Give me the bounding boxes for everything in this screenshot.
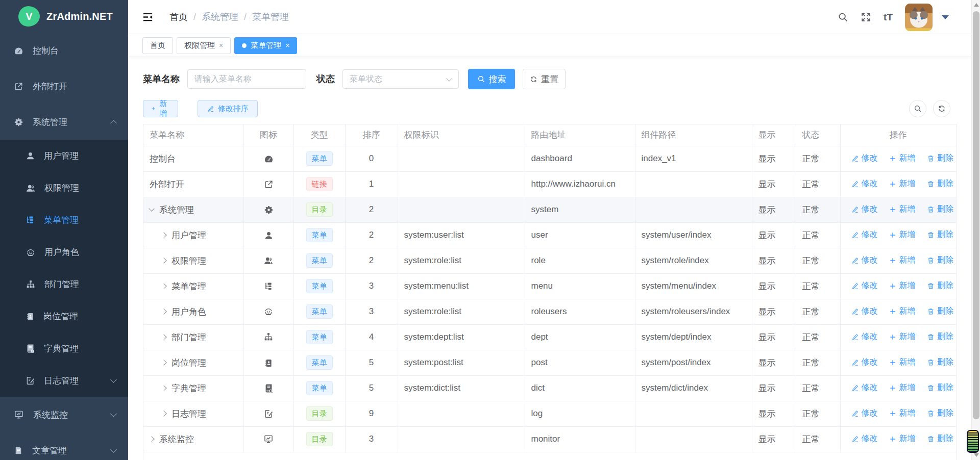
expand-row-arrow-icon[interactable] bbox=[149, 436, 154, 442]
row-delete-button[interactable]: 删除 bbox=[927, 280, 953, 291]
row-delete-button[interactable]: 删除 bbox=[927, 331, 953, 342]
user-menu-caret[interactable] bbox=[942, 15, 949, 19]
row-delete-button[interactable]: 删除 bbox=[927, 357, 953, 368]
row-add-button[interactable]: 新增 bbox=[889, 204, 915, 215]
sidebar-item-role[interactable]: 权限管理 bbox=[0, 172, 128, 204]
search-button[interactable]: 搜索 bbox=[468, 69, 515, 89]
row-edit-button[interactable]: 修改 bbox=[851, 331, 878, 342]
table-row-user[interactable]: 用户管理 菜单 2 system:user:list user system/u… bbox=[143, 222, 956, 248]
sidebar-item-system[interactable]: 系统管理 bbox=[0, 104, 128, 140]
tab-home[interactable]: 首页 bbox=[142, 37, 173, 54]
row-add-button[interactable]: 新增 bbox=[889, 433, 915, 444]
row-delete-button[interactable]: 删除 bbox=[927, 306, 953, 317]
breadcrumb-home[interactable]: 首页 bbox=[169, 11, 188, 23]
table-row-system[interactable]: 系统管理 目录 2 system 显示 正常 修改 新增 删除 bbox=[143, 197, 956, 222]
toggle-search-button[interactable] bbox=[909, 100, 926, 117]
row-edit-button[interactable]: 修改 bbox=[851, 229, 878, 240]
expand-row-arrow-icon[interactable] bbox=[161, 309, 166, 314]
expand-row-arrow-icon[interactable] bbox=[161, 232, 166, 238]
expand-row-arrow-icon[interactable] bbox=[161, 385, 166, 391]
row-add-button[interactable]: 新增 bbox=[889, 357, 915, 368]
sidebar-item-post[interactable]: 岗位管理 bbox=[0, 300, 128, 333]
row-add-button[interactable]: 新增 bbox=[889, 408, 915, 419]
row-add-button[interactable]: 新增 bbox=[889, 255, 915, 266]
table-row-menu[interactable]: 菜单管理 菜单 3 system:menu:list menu system/m… bbox=[143, 273, 956, 299]
row-edit-button[interactable]: 修改 bbox=[851, 280, 878, 291]
reset-button[interactable]: 重置 bbox=[523, 69, 566, 89]
status-select[interactable]: 菜单状态 bbox=[342, 69, 459, 89]
expand-row-arrow-icon[interactable] bbox=[161, 360, 166, 365]
scroll-up-arrow-icon[interactable] bbox=[974, 3, 979, 7]
breadcrumb-item[interactable]: 系统管理 bbox=[202, 11, 238, 23]
table-row-external[interactable]: 外部打开 链接 1 http://www.izhaorui.cn 显示 正常 修… bbox=[143, 171, 956, 197]
scrollbar-thumb[interactable] bbox=[973, 11, 979, 419]
row-edit-button[interactable]: 修改 bbox=[851, 178, 878, 189]
expand-collapse-arrow-icon[interactable] bbox=[149, 206, 154, 211]
row-add-button[interactable]: 新增 bbox=[889, 178, 915, 189]
row-add-button[interactable]: 新增 bbox=[889, 331, 915, 342]
table-row-dept[interactable]: 部门管理 菜单 4 system:dept:list dept system/d… bbox=[143, 324, 956, 350]
row-delete-button[interactable]: 删除 bbox=[927, 382, 953, 393]
badge-icon bbox=[26, 312, 35, 321]
table-row-log[interactable]: 日志管理 目录 9 log 显示 正常 修改 新增 删除 bbox=[143, 401, 956, 426]
row-edit-button[interactable]: 修改 bbox=[851, 433, 878, 444]
fullscreen-icon[interactable] bbox=[861, 12, 871, 22]
row-edit-button[interactable]: 修改 bbox=[851, 408, 878, 419]
row-edit-button[interactable]: 修改 bbox=[851, 357, 878, 368]
row-edit-button[interactable]: 修改 bbox=[851, 204, 878, 215]
app-logo[interactable]: V ZrAdmin.NET bbox=[0, 0, 128, 33]
vertical-scrollbar[interactable] bbox=[971, 0, 980, 460]
close-icon[interactable]: × bbox=[219, 42, 223, 49]
refresh-table-button[interactable] bbox=[933, 100, 950, 117]
table-row-dict[interactable]: 字典管理 菜单 5 system:dict:list dict system/d… bbox=[143, 375, 956, 401]
row-add-button[interactable]: 新增 bbox=[889, 306, 915, 317]
sidebar-item-roleusers[interactable]: 用户角色 bbox=[0, 236, 128, 268]
add-button[interactable]: 新增 bbox=[143, 100, 178, 117]
row-delete-button[interactable]: 删除 bbox=[927, 255, 953, 266]
sidebar-item-external[interactable]: 外部打开 bbox=[0, 68, 128, 104]
status-cell: 正常 bbox=[796, 426, 840, 452]
sidebar-item-log[interactable]: 日志管理 bbox=[0, 365, 128, 397]
row-add-button[interactable]: 新增 bbox=[889, 280, 915, 291]
sidebar-item-dept[interactable]: 部门管理 bbox=[0, 268, 128, 300]
expand-row-arrow-icon[interactable] bbox=[161, 283, 166, 289]
sidebar-item-user[interactable]: 用户管理 bbox=[0, 140, 128, 172]
row-delete-button[interactable]: 删除 bbox=[927, 229, 953, 240]
row-delete-button[interactable]: 删除 bbox=[927, 433, 953, 444]
header-search-icon[interactable] bbox=[838, 12, 848, 22]
row-edit-button[interactable]: 修改 bbox=[851, 382, 878, 393]
user-avatar[interactable] bbox=[905, 4, 933, 31]
row-delete-button[interactable]: 删除 bbox=[927, 204, 953, 215]
tab-menu[interactable]: 菜单管理 × bbox=[234, 37, 297, 54]
row-add-button[interactable]: 新增 bbox=[889, 229, 915, 240]
row-edit-button[interactable]: 修改 bbox=[851, 153, 878, 164]
row-delete-button[interactable]: 删除 bbox=[927, 408, 953, 419]
sidebar-toggle-icon[interactable] bbox=[142, 11, 154, 23]
scroll-down-arrow-icon[interactable] bbox=[974, 453, 979, 457]
table-row-dashboard[interactable]: 控制台 菜单 0 dashboard index_v1 显示 正常 修改 新增 … bbox=[143, 146, 956, 171]
sidebar-item-menu[interactable]: 菜单管理 bbox=[0, 204, 128, 236]
row-edit-button[interactable]: 修改 bbox=[851, 255, 878, 266]
table-row-post[interactable]: 岗位管理 菜单 5 system:post:list post system/p… bbox=[143, 350, 956, 375]
table-row-role[interactable]: 权限管理 菜单 2 system:role:list role system/r… bbox=[143, 248, 956, 273]
row-add-button[interactable]: 新增 bbox=[889, 153, 915, 164]
org-tree-icon bbox=[263, 332, 274, 342]
sidebar-item-dashboard[interactable]: 控制台 bbox=[0, 33, 128, 68]
table-row-monitor[interactable]: 系统监控 目录 3 monitor 显示 正常 修改 新增 删除 bbox=[143, 426, 956, 452]
row-edit-button[interactable]: 修改 bbox=[851, 306, 878, 317]
tab-role[interactable]: 权限管理 × bbox=[177, 37, 231, 54]
close-icon[interactable]: × bbox=[285, 42, 289, 49]
sidebar-item-dict[interactable]: 字典管理 bbox=[0, 333, 128, 365]
row-delete-button[interactable]: 删除 bbox=[927, 178, 953, 189]
expand-row-arrow-icon[interactable] bbox=[161, 334, 166, 340]
menu-name-input[interactable] bbox=[187, 69, 306, 89]
sidebar-item-article[interactable]: 文章管理 bbox=[0, 432, 128, 460]
sidebar-item-monitor[interactable]: 系统监控 bbox=[0, 397, 128, 432]
table-row-roleusers[interactable]: 用户角色 菜单 3 system:role:list roleusers sys… bbox=[143, 299, 956, 324]
row-delete-button[interactable]: 删除 bbox=[927, 153, 953, 164]
font-size-icon[interactable]: tT bbox=[884, 12, 893, 22]
sort-edit-button[interactable]: 修改排序 bbox=[198, 100, 258, 117]
row-add-button[interactable]: 新增 bbox=[889, 382, 915, 393]
expand-row-arrow-icon[interactable] bbox=[161, 411, 166, 416]
expand-row-arrow-icon[interactable] bbox=[161, 258, 166, 263]
